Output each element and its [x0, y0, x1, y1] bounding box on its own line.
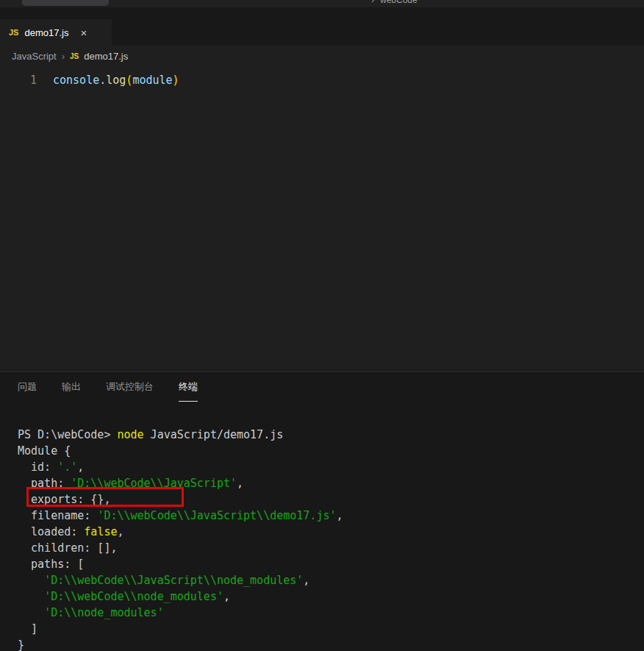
text-segment [18, 590, 44, 603]
text-segment: , [117, 525, 124, 538]
chevron-right-icon: › [62, 51, 65, 62]
text-segment: module [132, 74, 172, 87]
terminal-line: paths: [ [18, 556, 644, 572]
text-segment: , [223, 590, 230, 603]
line-number: 1 [0, 72, 37, 371]
breadcrumb-file[interactable]: demo17.js [84, 51, 128, 62]
terminal-line: Module { [18, 443, 644, 459]
text-segment: '.' [57, 460, 77, 474]
text-segment: 'D:\\webCode\\JavaScript' [71, 477, 237, 490]
text-segment: loaded: [18, 525, 84, 538]
text-segment: , [303, 574, 310, 587]
panel-tab-output[interactable]: 输出 [62, 372, 81, 402]
panel-tab-bar: 问题 输出 调试控制台 终端 [0, 372, 644, 402]
text-segment: ] [18, 622, 37, 636]
text-segment: , [336, 509, 343, 522]
text-segment: log [106, 74, 126, 87]
terminal-line: 'D:\\webCode\\JavaScript\\node_modules', [18, 572, 644, 588]
text-segment: } [18, 638, 24, 651]
bottom-panel: 问题 输出 调试控制台 终端 PS D:\webCode> node JavaS… [0, 371, 644, 651]
panel-tab-terminal[interactable]: 终端 [179, 372, 198, 402]
text-segment: JavaScript/demo17.js [144, 428, 284, 441]
breadcrumb-folder[interactable]: JavaScript [12, 51, 57, 62]
javascript-file-icon: JS [9, 28, 18, 37]
terminal-line: } [18, 637, 644, 651]
terminal-output[interactable]: PS D:\webCode> node JavaScript/demo17.js… [0, 402, 644, 651]
text-segment: . [99, 74, 106, 87]
javascript-file-icon: JS [70, 52, 79, 60]
tab-bar: JS demo17.js × [0, 7, 644, 46]
text-segment: id: [18, 460, 57, 474]
title-bar: › webCode [0, 0, 644, 7]
terminal-line: path: 'D:\\webCode\\JavaScript', [18, 475, 644, 491]
breadcrumb: JavaScript › JS demo17.js [0, 46, 644, 66]
terminal-line: filename: 'D:\\webCode\\JavaScript\\demo… [18, 508, 644, 524]
text-segment: 'D:\\webCode\\JavaScript\\node_modules' [44, 574, 303, 587]
panel-tab-debug-console[interactable]: 调试控制台 [106, 372, 154, 402]
text-segment: Module { [18, 444, 71, 458]
text-segment: exports: {}, [18, 493, 110, 506]
panel-tab-problems[interactable]: 问题 [18, 372, 37, 402]
text-segment: 'D:\\node_modules' [44, 606, 164, 619]
text-segment: filename: [18, 509, 97, 522]
terminal-line: 'D:\\node_modules' [18, 605, 644, 621]
text-segment: ) [173, 74, 179, 87]
tab-demo17[interactable]: JS demo17.js × [0, 19, 112, 46]
code-editor[interactable]: 1 console.log(module) [0, 66, 644, 371]
text-segment: , [77, 460, 84, 474]
close-icon[interactable]: × [80, 26, 87, 39]
terminal-line: ] [18, 621, 644, 637]
tab-label: demo17.js [24, 27, 68, 38]
text-segment: paths: [ [18, 558, 84, 571]
text-segment: false [84, 525, 117, 538]
text-segment [18, 606, 44, 619]
terminal-line: exports: {}, [18, 491, 644, 508]
text-segment: , [237, 477, 243, 490]
terminal-line: loaded: false, [18, 524, 644, 540]
terminal-line: id: '.', [18, 459, 644, 475]
code-line-content[interactable]: console.log(module) [37, 72, 179, 371]
text-segment [18, 574, 44, 587]
text-segment: path: [18, 477, 71, 490]
title-separator: › [371, 0, 374, 5]
terminal-line: PS D:\webCode> node JavaScript/demo17.js [18, 427, 644, 443]
text-segment: 'D:\\webCode\\JavaScript\\demo17.js' [97, 509, 336, 522]
text-segment: 'D:\\webCode\\node_modules' [44, 590, 223, 603]
terminal-line: children: [], [18, 540, 644, 556]
text-segment: node [117, 428, 143, 441]
project-name: webCode [380, 0, 418, 5]
text-segment: PS D:\webCode> [18, 428, 117, 441]
command-center-title[interactable]: › webCode [371, 0, 418, 5]
text-segment: children: [], [18, 541, 117, 555]
titlebar-widget [22, 0, 109, 6]
terminal-line: 'D:\\webCode\\node_modules', [18, 588, 644, 605]
text-segment: console [53, 74, 99, 87]
